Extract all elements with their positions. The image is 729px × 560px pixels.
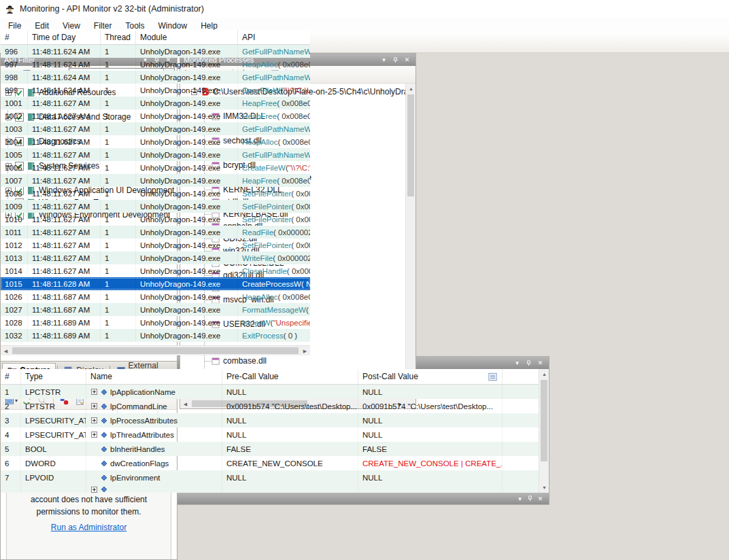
api-call-row[interactable]: 999 11:48:11.624 AM 1 UnholyDragon-149.e… — [1, 84, 310, 97]
param-name-cell: lpCommandLine — [86, 399, 222, 413]
api-call-row[interactable]: 997 11:48:11.624 AM 1 UnholyDragon-149.e… — [1, 58, 310, 71]
api-call-row[interactable]: 1013 11:48:11.627 AM 1 UnholyDragon-149.… — [1, 251, 310, 264]
scroll-left-icon[interactable]: ◀ — [1, 346, 11, 355]
call-time-cell: 11:48:11.624 AM — [28, 71, 101, 84]
param-column-header-type[interactable]: Type — [21, 369, 86, 384]
api-call-row[interactable]: 996 11:48:11.624 AM 1 UnholyDragon-149.e… — [1, 45, 310, 58]
api-call-row[interactable]: 1010 11:48:11.627 AM 1 UnholyDragon-149.… — [1, 213, 310, 226]
api-call-row[interactable]: 1005 11:48:11.627 AM 1 UnholyDragon-149.… — [1, 148, 310, 161]
api-call-row[interactable]: 1011 11:48:11.627 AM 1 UnholyDragon-149.… — [1, 226, 310, 239]
api-call-row[interactable]: 1003 11:48:11.627 AM 1 UnholyDragon-149.… — [1, 122, 310, 135]
expand-icon[interactable] — [90, 417, 98, 424]
panel-menu-icon[interactable]: ▾ — [379, 56, 389, 63]
call-time-cell: 11:48:11.687 AM — [28, 303, 101, 316]
param-precall-cell: 0x0091b574 "C:\Users\test\Desktop... — [222, 399, 358, 413]
api-call-row[interactable]: 1015 11:48:11.628 AM 1 UnholyDragon-149.… — [1, 277, 310, 290]
pin-icon[interactable] — [525, 495, 535, 502]
api-call-row[interactable]: 1008 11:48:11.627 AM 1 UnholyDragon-149.… — [1, 187, 310, 200]
call-number-cell: 1006 — [1, 161, 28, 174]
call-thread-cell: 1 — [101, 213, 136, 226]
run-as-administrator-link[interactable]: Run as Administrator — [51, 522, 126, 533]
column-header--[interactable]: # — [1, 30, 28, 44]
parameter-row[interactable]: 4 LPSECURITY_AT... lpThreadAttributes NU… — [1, 427, 539, 442]
param-column-header--[interactable]: # — [1, 369, 21, 384]
call-time-cell: 11:48:11.627 AM — [28, 251, 101, 264]
parameter-row[interactable]: 2 LPTSTR lpCommandLine 0x0091b574 "C:\Us… — [1, 399, 539, 413]
field-chooser-icon[interactable] — [488, 372, 498, 382]
call-api-cell: CreateProcessW ( NUL — [238, 277, 310, 290]
column-header-module[interactable]: Module — [136, 30, 238, 44]
expand-icon[interactable] — [90, 486, 98, 493]
call-api-cell: CloseHandle ( 0x00000 — [238, 264, 310, 277]
parameter-row-partial[interactable] — [1, 485, 539, 493]
scroll-thumb[interactable] — [12, 347, 299, 354]
api-call-row[interactable]: 1006 11:48:11.627 AM 1 UnholyDragon-149.… — [1, 161, 310, 174]
api-call-row[interactable]: 1014 11:48:11.627 AM 1 UnholyDragon-149.… — [1, 264, 310, 277]
param-column-header-post-call-value[interactable]: Post-Call Value — [358, 369, 503, 384]
parameter-row[interactable]: 3 LPSECURITY_AT... lpProcessAttributes N… — [1, 413, 539, 427]
parameter-icon — [101, 446, 107, 453]
api-calls-rows: 996 11:48:11.624 AM 1 UnholyDragon-149.e… — [1, 45, 310, 342]
scroll-thumb[interactable] — [541, 380, 547, 461]
close-icon[interactable]: ✕ — [535, 495, 545, 502]
parameter-row[interactable]: 7 LPVOID lpEnvironment NULL NULL — [1, 470, 539, 485]
call-thread-cell: 1 — [101, 226, 136, 239]
parameters-vscrollbar[interactable]: ▲ ▼ — [539, 369, 549, 493]
api-call-row[interactable]: 1027 11:48:11.687 AM 1 UnholyDragon-149.… — [1, 303, 310, 316]
scroll-right-icon[interactable]: ▶ — [300, 346, 310, 355]
close-icon[interactable]: ✕ — [535, 360, 545, 366]
calls-hscrollbar[interactable]: ◀ ▶ — [1, 345, 310, 355]
scroll-down-icon[interactable]: ▼ — [539, 483, 549, 493]
call-module-cell: UnholyDragon-149.exe — [136, 187, 238, 200]
api-call-row[interactable]: 1002 11:48:11.627 AM 1 UnholyDragon-149.… — [1, 109, 310, 122]
api-call-row[interactable]: 1001 11:48:11.627 AM 1 UnholyDragon-149.… — [1, 97, 310, 109]
column-header-api[interactable]: API — [238, 30, 310, 44]
api-call-row[interactable]: 1004 11:48:11.627 AM 1 UnholyDragon-149.… — [1, 135, 310, 148]
param-precall-cell: NULL — [222, 413, 358, 427]
parameter-row[interactable]: 1 LPCTSTR lpApplicationName NULL NULL — [1, 385, 539, 399]
monitored-vscrollbar[interactable]: ▲ ▼ — [405, 84, 416, 398]
scroll-thumb[interactable] — [407, 94, 414, 196]
api-call-row[interactable]: 1012 11:48:11.627 AM 1 UnholyDragon-149.… — [1, 239, 310, 251]
expand-icon[interactable] — [90, 402, 98, 410]
expand-icon[interactable] — [90, 431, 98, 438]
column-header-thread[interactable]: Thread — [101, 30, 136, 44]
param-postcall-cell: NULL — [358, 470, 503, 485]
parameter-row[interactable]: 5 BOOL bInheritHandles FALSE FALSE — [1, 442, 539, 456]
panel-menu-icon[interactable]: ▾ — [515, 495, 525, 502]
api-call-row[interactable]: 1032 11:48:11.689 AM 1 UnholyDragon-149.… — [1, 329, 310, 342]
parameter-row[interactable]: 6 DWORD dwCreationFlags CREATE_NEW_CONSO… — [1, 456, 539, 470]
api-call-row[interactable]: 1026 11:48:11.687 AM 1 UnholyDragon-149.… — [1, 290, 310, 303]
scroll-up-icon[interactable]: ▲ — [539, 369, 549, 379]
call-thread-cell: 1 — [101, 45, 136, 58]
call-time-cell: 11:48:11.689 AM — [28, 329, 101, 342]
api-call-row[interactable]: 998 11:48:11.624 AM 1 UnholyDragon-149.e… — [1, 71, 310, 84]
api-call-row[interactable]: 1028 11:48:11.689 AM 1 UnholyDragon-149.… — [1, 316, 310, 329]
column-header-time-of-day[interactable]: Time of Day — [28, 30, 101, 44]
call-number-cell: 1008 — [1, 187, 28, 200]
param-type-cell: LPCTSTR — [21, 385, 86, 399]
call-number-cell: 1013 — [1, 251, 28, 264]
call-number-cell: 1028 — [1, 316, 28, 329]
param-column-header-pre-call-value[interactable]: Pre-Call Value — [222, 369, 358, 384]
param-type-cell: BOOL — [21, 442, 86, 456]
expand-icon[interactable] — [90, 388, 98, 396]
close-icon[interactable]: ✕ — [402, 56, 412, 63]
api-call-row[interactable]: 1007 11:48:11.627 AM 1 UnholyDragon-149.… — [1, 174, 310, 187]
pin-icon[interactable] — [390, 57, 401, 63]
param-name: lpThreadAttributes — [110, 431, 174, 439]
call-time-cell: 11:48:11.627 AM — [28, 187, 101, 200]
param-number-cell: 2 — [1, 399, 21, 413]
api-call-row[interactable]: 1009 11:48:11.627 AM 1 UnholyDragon-149.… — [1, 200, 310, 213]
call-api-cell: WriteFile ( 0x00000248 — [238, 251, 310, 264]
scroll-up-icon[interactable]: ▲ — [406, 84, 416, 94]
call-number-cell: 998 — [1, 71, 28, 84]
call-number-cell: 1032 — [1, 329, 28, 342]
call-number-cell: 997 — [1, 58, 28, 71]
call-module-cell: UnholyDragon-149.exe — [136, 316, 238, 329]
panel-menu-icon[interactable]: ▾ — [512, 360, 522, 366]
pin-icon[interactable] — [524, 360, 534, 366]
call-number-cell: 1011 — [1, 226, 28, 239]
param-column-header-name[interactable]: Name — [86, 369, 222, 384]
module-node-row[interactable]: combase.dll — [180, 355, 405, 367]
